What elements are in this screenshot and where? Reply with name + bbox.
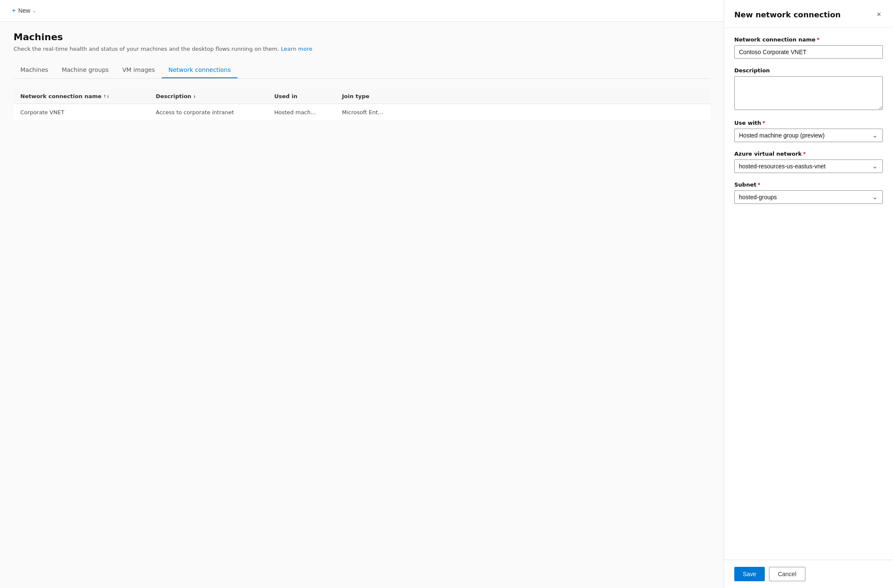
cell-name: Corporate VNET xyxy=(20,109,156,115)
learn-more-link[interactable]: Learn more xyxy=(281,46,312,52)
cancel-button[interactable]: Cancel xyxy=(769,567,805,581)
description-field-group: Description xyxy=(734,67,883,111)
main-content: + New ⌄ Machines Check the real-time hea… xyxy=(0,0,724,588)
use-with-field-label: Use with * xyxy=(734,120,883,126)
col-header-used-in: Used in xyxy=(274,93,342,99)
azure-vnet-required-star: * xyxy=(803,151,806,157)
plus-icon: + xyxy=(12,7,16,14)
tab-vm-images[interactable]: VM images xyxy=(116,62,162,78)
use-with-select-wrapper: Hosted machine group (preview) xyxy=(734,129,883,142)
azure-vnet-field-label: Azure virtual network * xyxy=(734,151,883,157)
subnet-field-group: Subnet * hosted-groups xyxy=(734,181,883,204)
subnet-select-wrapper: hosted-groups xyxy=(734,190,883,204)
tab-network-connections[interactable]: Network connections xyxy=(162,62,237,78)
close-panel-button[interactable]: × xyxy=(875,8,883,21)
table-header: Network connection name ↑↓ Description ↓… xyxy=(14,89,710,104)
table-row[interactable]: Corporate VNET Access to corporate intra… xyxy=(14,104,710,121)
cell-used-in: Hosted mach... xyxy=(274,109,342,115)
name-required-star: * xyxy=(817,37,819,43)
description-input[interactable] xyxy=(734,76,883,110)
network-connections-table: Network connection name ↑↓ Description ↓… xyxy=(14,89,710,121)
use-with-select[interactable]: Hosted machine group (preview) xyxy=(734,129,883,142)
azure-vnet-select[interactable]: hosted-resources-us-eastus-vnet xyxy=(734,159,883,173)
use-with-required-star: * xyxy=(763,120,765,126)
toolbar: + New ⌄ xyxy=(0,0,724,22)
col-header-description[interactable]: Description ↓ xyxy=(156,93,274,99)
cell-join-type: Microsoft Ent... xyxy=(342,109,410,115)
name-field-label: Network connection name * xyxy=(734,36,883,43)
cell-description: Access to corporate intranet xyxy=(156,109,274,115)
subnet-required-star: * xyxy=(758,182,760,188)
panel-title: New network connection xyxy=(734,10,841,19)
subnet-select[interactable]: hosted-groups xyxy=(734,190,883,204)
col-header-join-type: Join type xyxy=(342,93,410,99)
new-button[interactable]: + New ⌄ xyxy=(8,5,39,16)
save-button[interactable]: Save xyxy=(734,567,765,581)
name-field-group: Network connection name * xyxy=(734,36,883,59)
description-field-label: Description xyxy=(734,67,883,74)
col-header-name[interactable]: Network connection name ↑↓ xyxy=(20,93,156,99)
azure-vnet-select-wrapper: hosted-resources-us-eastus-vnet xyxy=(734,159,883,173)
use-with-field-group: Use with * Hosted machine group (preview… xyxy=(734,120,883,142)
page-title: Machines xyxy=(14,32,710,42)
tabs-container: Machines Machine groups VM images Networ… xyxy=(14,62,710,79)
chevron-down-icon: ⌄ xyxy=(33,8,36,13)
panel-header: New network connection × xyxy=(724,0,893,28)
subnet-field-label: Subnet * xyxy=(734,181,883,188)
tab-machines[interactable]: Machines xyxy=(14,62,55,78)
side-panel: New network connection × Network connect… xyxy=(724,0,893,588)
azure-vnet-field-group: Azure virtual network * hosted-resources… xyxy=(734,151,883,173)
panel-body: Network connection name * Description Us… xyxy=(724,28,893,560)
page-description: Check the real-time health and status of… xyxy=(14,46,710,52)
panel-footer: Save Cancel xyxy=(724,560,893,588)
new-button-label: New xyxy=(18,7,30,14)
page-content: Machines Check the real-time health and … xyxy=(0,22,724,588)
sort-icons-description[interactable]: ↓ xyxy=(193,94,196,99)
name-input[interactable] xyxy=(734,45,883,59)
sort-icons-name[interactable]: ↑↓ xyxy=(103,94,110,99)
tab-machine-groups[interactable]: Machine groups xyxy=(55,62,116,78)
